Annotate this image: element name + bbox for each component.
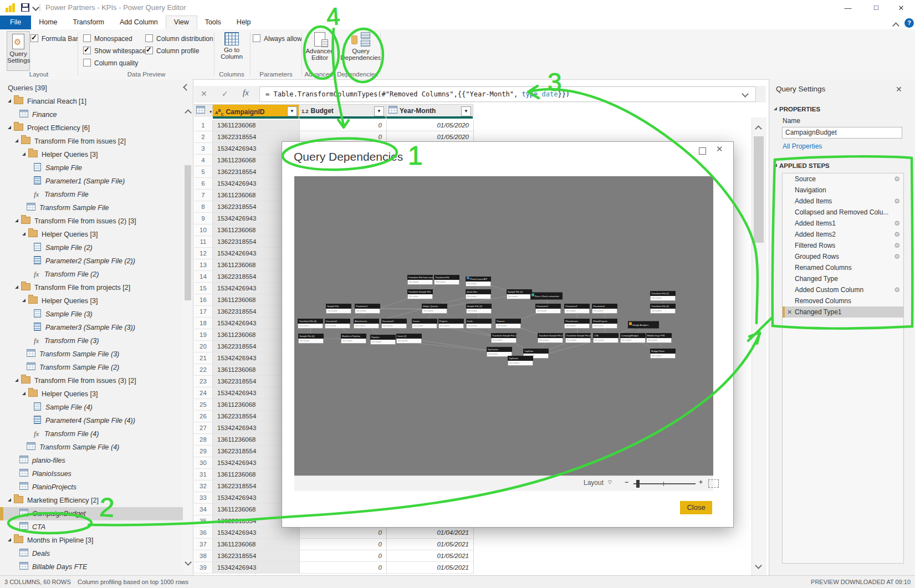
expand-icon[interactable]: [15, 285, 18, 289]
dependency-node[interactable]: Helper QueriesNot loaded: [422, 304, 447, 314]
checkbox-column-quality[interactable]: Column quality: [83, 59, 138, 67]
save-icon[interactable]: [21, 3, 29, 12]
tab-view[interactable]: View: [166, 16, 197, 30]
expand-icon[interactable]: [8, 498, 11, 502]
table-row[interactable]: 3713611236068001/05/2021: [194, 539, 482, 550]
sidebar-item-transform-sample-file-2-[interactable]: Transform Sample File (2): [0, 361, 183, 374]
cell-budget[interactable]: 0: [299, 120, 387, 131]
dependency-node[interactable]: Transform Sample FileNot loaded: [407, 289, 433, 299]
dialog-close-icon[interactable]: ✕: [716, 144, 723, 154]
dependency-node[interactable]: PlanioIssuesNot loaded: [564, 319, 590, 329]
dependency-node[interactable]: IssuesNot loaded: [412, 319, 437, 329]
dependency-node[interactable]: PipelineNot loaded: [370, 335, 396, 345]
maximize-button[interactable]: ☐: [868, 3, 885, 13]
sidebar-item-transform-file-3-[interactable]: fxTransform File (3): [0, 334, 183, 347]
applied-step-changed-type1[interactable]: ✕Changed Type1: [783, 306, 903, 318]
checkbox-icon[interactable]: [253, 34, 260, 42]
query-dependencies-button[interactable]: Query Dependencies: [336, 32, 386, 61]
sidebar-item-helper-queries-3-[interactable]: Helper Queries [3]: [0, 148, 183, 161]
minimize-button[interactable]: —: [840, 3, 856, 13]
dependency-node[interactable]: planio-filesNot loaded: [466, 289, 491, 299]
applied-step-collapsed-and-removed-colu-[interactable]: Collapsed and Removed Colu...: [783, 207, 903, 218]
formula-accept-icon[interactable]: ✓: [222, 89, 228, 98]
close-button[interactable]: ✕: [893, 3, 909, 13]
applied-step-removed-columns[interactable]: Removed Columns: [783, 295, 903, 306]
sidebar-item-planio-files[interactable]: planio-files: [0, 454, 183, 467]
dependency-node[interactable]: Transform File (2)Not loaded: [650, 291, 676, 301]
expand-icon[interactable]: [22, 152, 25, 156]
checkbox-formula-bar[interactable]: Formula Bar: [30, 34, 78, 43]
select-all-header[interactable]: ▾: [194, 104, 213, 117]
table-row[interactable]: 3813622318554001/05/2021: [194, 550, 482, 562]
cell-yearmonth[interactable]: 01/05/2021: [386, 562, 474, 574]
step-settings-gear-icon[interactable]: ⚙: [894, 240, 900, 251]
budget-filter-icon[interactable]: ▼: [374, 106, 384, 116]
dependency-node[interactable]: Document2Not loaded: [381, 319, 407, 329]
applied-step-added-items2[interactable]: Added Items2⚙: [783, 229, 903, 240]
dependency-node[interactable]: Transform File (3)Not loaded: [650, 304, 676, 314]
tab-transform[interactable]: Transform: [65, 16, 113, 29]
sidebar-item-parameter1-sample-file-[interactable]: Parameter1 (Sample File): [0, 175, 183, 188]
step-settings-gear-icon[interactable]: ⚙: [894, 173, 900, 185]
sidebar-item-project-efficiency-6-[interactable]: Project Efficiency [6]: [0, 121, 183, 135]
tab-home[interactable]: Home: [31, 16, 65, 29]
checkbox-icon[interactable]: [30, 34, 38, 42]
expand-icon[interactable]: [15, 139, 18, 142]
quick-access-dropdown-icon[interactable]: [32, 4, 39, 11]
status-profiling-note[interactable]: Column profiling based on top 1000 rows: [78, 576, 188, 588]
step-settings-gear-icon[interactable]: ⚙: [894, 196, 900, 207]
sidebar-item-helper-queries-3-[interactable]: Helper Queries [3]: [0, 228, 183, 241]
checkbox-column-profile[interactable]: Column profile: [145, 47, 199, 55]
dependency-node[interactable]: ProjectsNot loaded: [438, 319, 464, 329]
sidebar-item-transform-sample-file-3-[interactable]: Transform Sample File (3): [0, 347, 183, 361]
applied-step-renamed-columns[interactable]: Renamed Columns: [783, 262, 903, 273]
sidebar-item-transform-file[interactable]: fxTransform File: [0, 188, 183, 201]
zoom-out-icon[interactable]: −: [625, 478, 628, 486]
applied-step-changed-type[interactable]: Changed Type: [783, 273, 903, 284]
table-row[interactable]: 3915342426943001/05/2021: [194, 562, 482, 574]
step-settings-gear-icon[interactable]: ⚙: [894, 284, 900, 295]
dependency-node[interactable]: Run a Check connection: [530, 293, 563, 300]
applied-step-grouped-rows[interactable]: Grouped Rows⚙: [783, 251, 903, 262]
formula-cancel-icon[interactable]: ✕: [201, 89, 207, 98]
dependency-node[interactable]: Billable Days FTENot loaded: [646, 333, 672, 343]
dependency-node[interactable]: FinanceNot loaded: [495, 319, 521, 329]
sidebar-item-sample-file[interactable]: Sample File: [0, 161, 183, 175]
formula-input[interactable]: = Table.TransformColumnTypes(#"Removed C…: [259, 86, 756, 102]
sidebar-item-transform-file-from-issues-2-[interactable]: Transform File from issues [2]: [0, 135, 183, 148]
column-header-campaignid[interactable]: ABCCampaignID ▼: [213, 104, 299, 117]
sidebar-item-billable-days-fte[interactable]: Billable Days FTE: [0, 560, 183, 574]
zoom-in-icon[interactable]: +: [699, 478, 703, 486]
sidebar-item-marketing-efficiency-2-[interactable]: Marketing Efficiency [2]: [0, 494, 183, 507]
table-row[interactable]: 113611236068001/05/2020: [194, 120, 482, 131]
sidebar-item-transform-sample-file[interactable]: Transform Sample File: [0, 201, 183, 214]
dependency-node[interactable]: Parameter1Not loaded: [355, 304, 380, 314]
dependency-node[interactable]: Transform Sample File (3)Not loaded: [538, 333, 563, 343]
table-row[interactable]: 3615342426943001/04/2021: [194, 527, 482, 539]
dependency-node[interactable]: Transform File (4)Not loaded: [298, 319, 323, 329]
dependency-node[interactable]: Document1Not loaded: [325, 319, 350, 329]
cell-budget[interactable]: 0: [299, 527, 387, 539]
yearmonth-filter-icon[interactable]: ▼: [461, 106, 471, 116]
dependency-node[interactable]: Google Analytics: [628, 321, 659, 328]
cell-campaignid[interactable]: 13611236068: [213, 120, 300, 131]
layout-dropdown[interactable]: Layout: [584, 479, 604, 487]
dependency-node[interactable]: Transform Sample File (2)Not loaded: [491, 333, 517, 343]
tab-add-column[interactable]: Add Column: [112, 16, 166, 29]
expand-icon[interactable]: [22, 232, 25, 236]
table-scrollbar-thumb[interactable]: [754, 136, 764, 243]
applied-step-added-items[interactable]: Added Items⚙: [783, 196, 903, 207]
dependency-node[interactable]: Planio Issues APINot loaded: [466, 277, 491, 287]
layout-dropdown-icon[interactable]: ▽: [608, 479, 612, 485]
dependency-node[interactable]: Sample File (2)Not loaded: [507, 289, 532, 299]
checkbox-icon[interactable]: [145, 34, 153, 42]
column-header-yearmonth[interactable]: Year-Month ▼: [386, 104, 473, 117]
sidebar-item-helper-queries-3-[interactable]: Helper Queries [3]: [0, 387, 183, 401]
sidebar-item-parameter3-sample-file-3-[interactable]: Parameter3 (Sample File (3)): [0, 321, 183, 334]
dependency-node[interactable]: Parameter4Not loaded: [592, 304, 617, 314]
dependency-node[interactable]: Transform Sample File (4)Not loaded: [565, 333, 591, 343]
dependency-node[interactable]: DealsNot loaded: [466, 319, 492, 329]
sidebar-item-sample-file-3-[interactable]: Sample File (3): [0, 308, 183, 321]
step-settings-gear-icon[interactable]: ⚙: [894, 251, 900, 262]
sidebar-item-transform-file-2-[interactable]: fxTransform File (2): [0, 268, 183, 281]
